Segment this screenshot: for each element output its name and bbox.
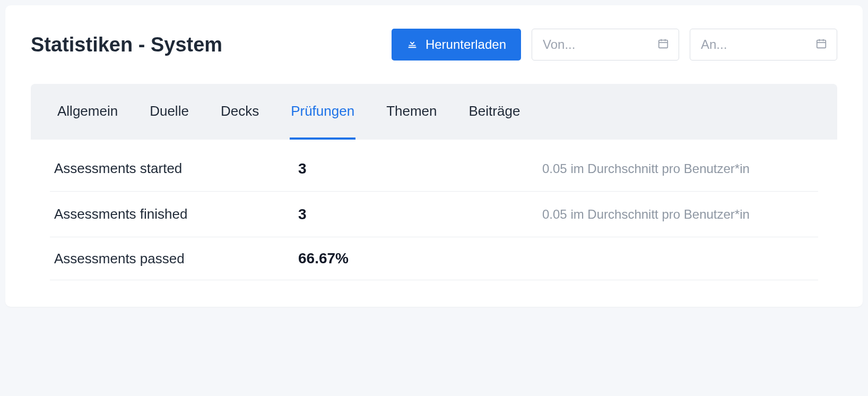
stat-label: Assessments finished bbox=[54, 206, 298, 222]
svg-rect-0 bbox=[659, 40, 668, 48]
stat-note: 0.05 im Durchschnitt pro Benutzer*in bbox=[542, 159, 814, 178]
tabs-bar: Allgemein Duelle Decks Prüfungen Themen … bbox=[31, 84, 837, 140]
tab-pruefungen[interactable]: Prüfungen bbox=[290, 84, 355, 140]
tab-duelle[interactable]: Duelle bbox=[149, 84, 190, 140]
stat-label: Assessments passed bbox=[54, 251, 298, 267]
stat-row: Assessments passed 66.67% bbox=[50, 237, 818, 280]
tab-decks[interactable]: Decks bbox=[220, 84, 260, 140]
page-title: Statistiken - System bbox=[31, 33, 222, 56]
tab-allgemein[interactable]: Allgemein bbox=[56, 84, 119, 140]
date-to-input[interactable]: An... bbox=[690, 29, 837, 61]
download-icon bbox=[406, 37, 418, 52]
tab-beitraege[interactable]: Beiträge bbox=[468, 84, 522, 140]
date-from-input[interactable]: Von... bbox=[532, 29, 679, 61]
stat-value: 3 bbox=[298, 160, 542, 177]
stat-row: Assessments finished 3 0.05 im Durchschn… bbox=[50, 192, 818, 237]
download-button[interactable]: Herunterladen bbox=[392, 29, 521, 61]
date-to-placeholder: An... bbox=[701, 37, 727, 52]
stat-value: 3 bbox=[298, 206, 542, 223]
stat-note: 0.05 im Durchschnitt pro Benutzer*in bbox=[542, 204, 814, 224]
stats-body: Assessments started 3 0.05 im Durchschni… bbox=[31, 140, 837, 291]
svg-rect-4 bbox=[817, 40, 826, 48]
stat-label: Assessments started bbox=[54, 160, 298, 177]
download-button-label: Herunterladen bbox=[426, 37, 506, 52]
tab-themen[interactable]: Themen bbox=[385, 84, 438, 140]
stat-row: Assessments started 3 0.05 im Durchschni… bbox=[50, 146, 818, 192]
calendar-icon bbox=[657, 38, 669, 51]
calendar-icon bbox=[815, 38, 827, 51]
stats-card: Statistiken - System Herunterladen Von..… bbox=[5, 5, 863, 307]
stat-value: 66.67% bbox=[298, 250, 542, 267]
header-row: Statistiken - System Herunterladen Von..… bbox=[31, 29, 837, 61]
date-from-placeholder: Von... bbox=[543, 37, 575, 52]
